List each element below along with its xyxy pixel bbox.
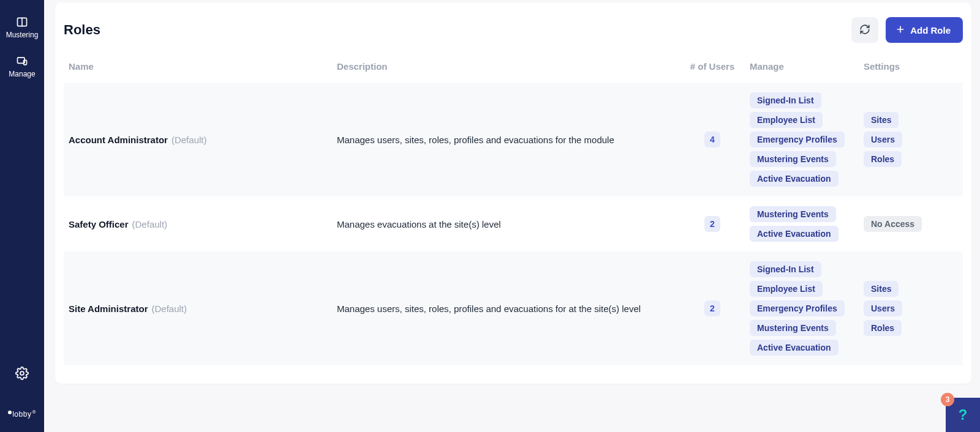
add-role-button[interactable]: Add Role	[886, 17, 963, 43]
devices-icon	[16, 55, 28, 67]
settings-button[interactable]	[15, 367, 29, 382]
brand-logo: lobby ®	[8, 410, 36, 419]
svg-point-4	[20, 371, 24, 375]
manage-tag: Mustering Events	[750, 151, 836, 167]
user-count: 2	[704, 300, 720, 316]
col-users: # of Users	[680, 54, 745, 83]
sidebar-item-label: Manage	[9, 70, 35, 78]
plus-icon	[895, 24, 905, 36]
page-title: Roles	[64, 22, 100, 38]
table-row[interactable]: Safety Officer(Default)Manages evacuatio…	[64, 196, 963, 251]
no-access-tag: No Access	[864, 216, 922, 232]
table-row[interactable]: Account Administrator(Default)Manages us…	[64, 83, 963, 196]
settings-tag: Sites	[864, 281, 899, 297]
default-tag: (Default)	[151, 304, 187, 314]
add-role-label: Add Role	[910, 25, 951, 35]
card-header: Roles	[64, 17, 963, 54]
roles-table: Name Description # of Users Manage Setti…	[64, 54, 963, 365]
settings-tag: Roles	[864, 320, 902, 336]
role-description: Manages users, sites, roles, profiles an…	[332, 251, 680, 365]
manage-tag: Active Evacuation	[750, 226, 839, 242]
role-name: Site Administrator	[69, 304, 148, 314]
help-widget[interactable]: 3 ?	[946, 398, 980, 432]
notification-badge: 3	[941, 393, 954, 406]
role-name: Safety Officer	[69, 219, 129, 229]
default-tag: (Default)	[172, 135, 207, 145]
col-manage: Manage	[745, 54, 859, 83]
default-tag: (Default)	[132, 219, 168, 229]
refresh-icon	[859, 24, 870, 37]
settings-tag: Users	[864, 132, 902, 147]
gear-icon	[15, 372, 29, 382]
manage-tag: Signed-In List	[750, 92, 821, 108]
sidebar-item-manage[interactable]: Manage	[0, 55, 44, 78]
role-name: Account Administrator	[69, 135, 168, 145]
col-description: Description	[332, 54, 680, 83]
panels-icon	[16, 16, 28, 28]
manage-tag: Mustering Events	[750, 320, 836, 336]
role-description: Manages evacuations at the site(s) level	[332, 196, 680, 251]
sidebar-item-mustering[interactable]: Mustering	[0, 16, 44, 39]
help-icon: ?	[959, 406, 968, 423]
manage-tag: Employee List	[750, 112, 823, 128]
settings-tag: Sites	[864, 112, 899, 128]
settings-tag: Users	[864, 300, 902, 316]
manage-tag: Active Evacuation	[750, 340, 839, 356]
user-count: 2	[704, 216, 720, 232]
sidebar-item-label: Mustering	[6, 31, 39, 39]
roles-card: Roles	[55, 2, 971, 384]
settings-tag: Roles	[864, 151, 902, 167]
brand-dot-icon	[8, 411, 12, 414]
manage-tag: Signed-In List	[750, 261, 821, 277]
refresh-button[interactable]	[851, 17, 878, 43]
table-row[interactable]: Site Administrator(Default)Manages users…	[64, 251, 963, 365]
manage-tag: Emergency Profiles	[750, 300, 845, 316]
manage-tag: Mustering Events	[750, 206, 836, 222]
manage-tag: Active Evacuation	[750, 171, 839, 187]
user-count: 4	[704, 132, 720, 147]
col-settings: Settings	[859, 54, 963, 83]
brand-text: lobby	[12, 410, 31, 419]
manage-tag: Employee List	[750, 281, 823, 297]
sidebar: Mustering Manage lobby ®	[0, 0, 44, 432]
manage-tag: Emergency Profiles	[750, 132, 845, 147]
main-content: Roles	[44, 0, 980, 432]
col-name: Name	[64, 54, 332, 83]
role-description: Manages users, sites, roles, profiles an…	[332, 83, 680, 196]
